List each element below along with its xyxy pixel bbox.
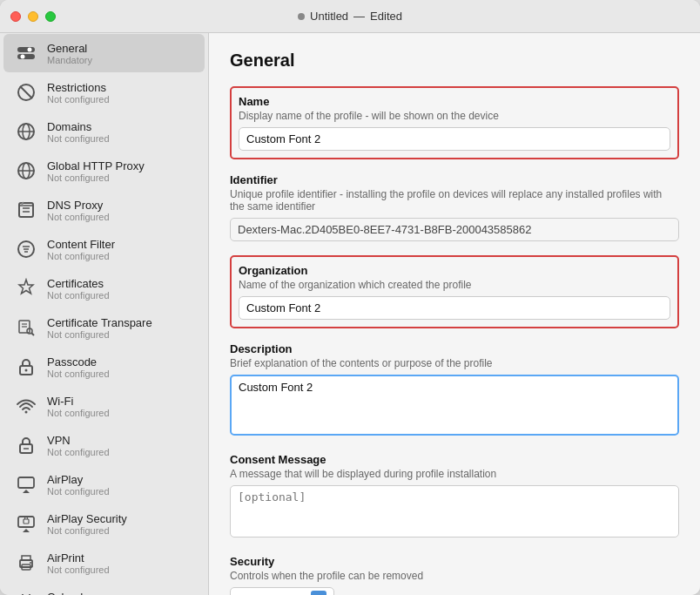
maximize-button[interactable] bbox=[45, 11, 56, 22]
sidebar-wifi-sublabel: Not configured bbox=[47, 408, 110, 418]
svg-point-27 bbox=[25, 411, 28, 414]
svg-rect-2 bbox=[17, 54, 35, 59]
sidebar-dns-sublabel: Not configured bbox=[47, 212, 110, 222]
lock-icon bbox=[14, 355, 38, 379]
sidebar-certificates-sublabel: Not configured bbox=[47, 290, 110, 301]
sidebar-general-text: General Mandatory bbox=[47, 42, 92, 65]
toggle-icon bbox=[14, 41, 38, 65]
sidebar-airplay-security-label: AirPlay Security bbox=[47, 512, 127, 525]
sidebar-airprint-text: AirPrint Not configured bbox=[47, 551, 110, 575]
svg-marker-31 bbox=[23, 490, 30, 493]
sidebar-cert-transpare-label: Certificate Transpare bbox=[47, 316, 152, 329]
identifier-desc: Unique profile identifier - installing t… bbox=[230, 188, 679, 213]
name-input[interactable] bbox=[239, 127, 670, 151]
sidebar-item-domains[interactable]: Domains Not configured bbox=[3, 112, 205, 151]
security-desc: Controls when the profile can be removed bbox=[230, 570, 679, 582]
sidebar-cert-transpare-text: Certificate Transpare Not configured bbox=[47, 316, 152, 340]
sidebar-item-http-proxy[interactable]: Global HTTP Proxy Not configured bbox=[3, 152, 205, 190]
sidebar-airprint-label: AirPrint bbox=[47, 551, 110, 565]
sidebar-airplay-sublabel: Not configured bbox=[47, 486, 110, 497]
sidebar-airplay-label: AirPlay bbox=[47, 473, 110, 486]
minimize-button[interactable] bbox=[28, 11, 38, 22]
consent-message-textarea[interactable] bbox=[230, 485, 679, 538]
airplay-icon bbox=[14, 472, 38, 497]
titlebar: Untitled — Edited bbox=[0, 0, 700, 33]
organization-input[interactable] bbox=[239, 296, 670, 320]
sidebar-general-sublabel: Mandatory bbox=[47, 55, 92, 65]
content-title: General bbox=[230, 51, 679, 71]
sidebar-item-passcode[interactable]: Passcode Not configured bbox=[3, 348, 205, 386]
svg-point-38 bbox=[30, 562, 31, 564]
consent-message-field-group: Consent Message A message that will be d… bbox=[230, 453, 679, 541]
titlebar-title: Untitled — Edited bbox=[298, 10, 402, 23]
wifi-icon bbox=[14, 394, 38, 418]
cert-icon bbox=[14, 276, 38, 301]
sidebar-passcode-sublabel: Not configured bbox=[47, 368, 110, 379]
airplay-lock-icon bbox=[14, 511, 38, 536]
sidebar-http-proxy-text: Global HTTP Proxy Not configured bbox=[47, 159, 145, 183]
sidebar-restrictions-text: Restrictions Not configured bbox=[47, 81, 110, 105]
sidebar-item-restrictions[interactable]: Restrictions Not configured bbox=[3, 73, 205, 112]
sidebar-item-airplay[interactable]: AirPlay Not configured bbox=[3, 465, 205, 504]
filter-icon bbox=[14, 237, 38, 261]
sidebar-item-wifi[interactable]: Wi-Fi Not configured bbox=[3, 387, 205, 425]
vpn-icon bbox=[14, 433, 38, 457]
svg-rect-32 bbox=[18, 517, 34, 527]
print-icon bbox=[14, 551, 38, 575]
sidebar-content-filter-text: Content Filter Not configured bbox=[47, 238, 115, 261]
app-window: Untitled — Edited General bbox=[0, 0, 700, 595]
sidebar-item-airplay-security[interactable]: AirPlay Security Not configured bbox=[3, 504, 205, 543]
globe-proxy-icon bbox=[14, 159, 38, 183]
name-label: Name bbox=[239, 95, 670, 108]
security-label: Security bbox=[230, 555, 679, 568]
consent-message-desc: A message that will be displayed during … bbox=[230, 468, 679, 480]
description-textarea[interactable]: Custom Font 2 bbox=[230, 375, 679, 436]
sidebar-restrictions-label: Restrictions bbox=[47, 81, 110, 94]
sidebar-item-cert-transpare[interactable]: Certificate Transpare Not configured bbox=[3, 308, 205, 347]
sidebar-restrictions-sublabel: Not configured bbox=[47, 94, 110, 105]
sidebar-wifi-label: Wi-Fi bbox=[47, 395, 110, 408]
sidebar-content-filter-sublabel: Not configured bbox=[47, 251, 115, 261]
close-button[interactable] bbox=[10, 11, 21, 22]
sidebar-item-content-filter[interactable]: Content Filter Not configured bbox=[3, 230, 205, 268]
sidebar-cert-transpare-sublabel: Not configured bbox=[47, 329, 152, 340]
svg-rect-0 bbox=[17, 47, 35, 52]
sidebar-item-vpn[interactable]: VPN Not configured bbox=[3, 426, 205, 464]
window-title: Untitled bbox=[310, 10, 348, 23]
sidebar-vpn-sublabel: Not configured bbox=[47, 447, 110, 457]
name-field-group: Name Display name of the profile - will … bbox=[230, 86, 679, 159]
svg-point-1 bbox=[28, 48, 32, 52]
sidebar-item-airprint[interactable]: AirPrint Not configured bbox=[3, 544, 205, 582]
sidebar-item-calendar[interactable]: Calendar Not configured bbox=[3, 583, 205, 595]
sidebar-wifi-text: Wi-Fi Not configured bbox=[47, 395, 110, 418]
svg-point-26 bbox=[25, 369, 28, 372]
window-subtitle: Edited bbox=[370, 10, 402, 23]
sidebar-domains-sublabel: Not configured bbox=[47, 133, 110, 144]
sidebar-item-dns-proxy[interactable]: DNS Proxy Not configured bbox=[3, 191, 205, 229]
sidebar-general-label: General bbox=[47, 42, 92, 55]
sidebar-item-general[interactable]: General Mandatory bbox=[3, 34, 205, 72]
window-separator: — bbox=[353, 10, 365, 23]
sidebar-dns-label: DNS Proxy bbox=[47, 199, 110, 212]
security-field-group: Security Controls when the profile can b… bbox=[230, 555, 679, 595]
svg-rect-34 bbox=[24, 519, 29, 524]
sidebar-item-certificates[interactable]: Certificates Not configured bbox=[3, 269, 205, 308]
svg-line-22 bbox=[32, 334, 35, 336]
sidebar-vpn-text: VPN Not configured bbox=[47, 434, 110, 457]
organization-label: Organization bbox=[239, 264, 670, 277]
restrict-icon bbox=[14, 80, 38, 105]
dns-icon bbox=[14, 198, 38, 222]
svg-line-5 bbox=[20, 86, 32, 98]
security-select-button[interactable]: Always bbox=[230, 587, 334, 595]
sidebar: General Mandatory Restrictions Not confi… bbox=[0, 33, 209, 595]
sidebar-airplay-security-text: AirPlay Security Not configured bbox=[47, 512, 127, 536]
identifier-field-group: Identifier Unique profile identifier - i… bbox=[230, 173, 679, 241]
sidebar-http-proxy-label: Global HTTP Proxy bbox=[47, 159, 145, 172]
calendar-icon bbox=[14, 590, 38, 595]
identifier-input[interactable] bbox=[230, 218, 679, 241]
globe-icon bbox=[14, 119, 38, 144]
content-area: General Name Display name of the profile… bbox=[209, 33, 700, 595]
sidebar-certificates-label: Certificates bbox=[47, 277, 110, 290]
security-select-arrow bbox=[311, 591, 326, 595]
sidebar-content-filter-label: Content Filter bbox=[47, 238, 115, 251]
